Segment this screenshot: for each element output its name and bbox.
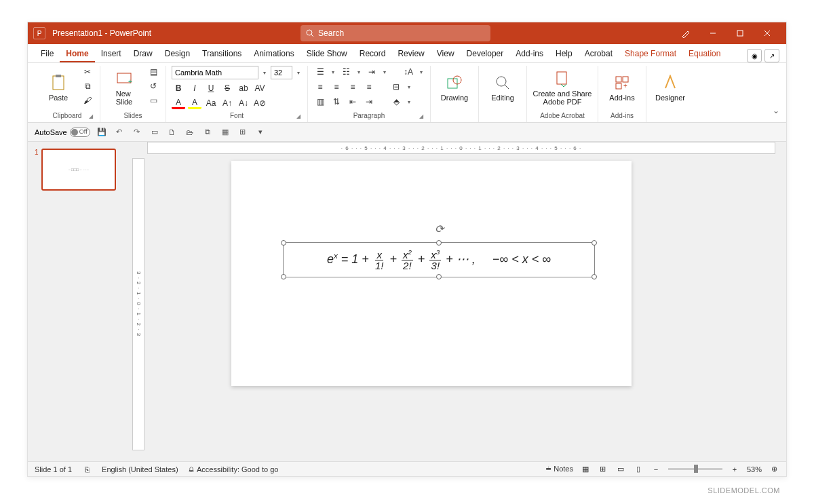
paste-button[interactable]: Paste — [40, 66, 77, 109]
layout-button[interactable]: ▤ — [147, 66, 160, 78]
tab-transitions[interactable]: Transitions — [196, 46, 248, 62]
zoom-in-button[interactable]: + — [729, 464, 740, 475]
justify-button[interactable]: ≡ — [362, 81, 376, 93]
collapse-ribbon-button[interactable]: ⌄ — [773, 106, 779, 115]
bullets-button[interactable]: ☰ — [313, 66, 327, 78]
smartart-button[interactable]: ⬘ — [389, 96, 403, 108]
record-indicator[interactable]: ◉ — [747, 49, 762, 62]
tab-shape-format[interactable]: Shape Format — [619, 46, 682, 62]
tab-slideshow[interactable]: Slide Show — [301, 46, 353, 62]
designer-button[interactable]: Designer — [652, 66, 689, 109]
fit-button[interactable]: ⊕ — [769, 464, 779, 475]
decrease-indent-button[interactable]: ⇤ — [346, 96, 360, 108]
save-button[interactable]: 💾 — [96, 126, 108, 138]
tab-help[interactable]: Help — [549, 46, 579, 62]
tab-equation[interactable]: Equation — [682, 46, 726, 62]
char-spacing-button[interactable]: AV — [253, 82, 267, 94]
search-box[interactable]: Search — [301, 25, 490, 41]
redo-button[interactable]: ↷ — [131, 126, 143, 138]
sorter-view-button[interactable]: ⊞ — [598, 464, 608, 475]
align-right-button[interactable]: ≡ — [346, 81, 360, 93]
pen-icon[interactable] — [672, 22, 699, 44]
equation-text-box[interactable]: ⟳ ex = 1 + x1! + x22! + x33! + ⋯ , −∞ < … — [283, 242, 595, 277]
strike-button[interactable]: S — [220, 82, 234, 94]
addins-button[interactable]: + Add-ins — [604, 66, 640, 109]
columns-button[interactable]: ▥ — [313, 96, 327, 108]
tab-review[interactable]: Review — [391, 46, 430, 62]
tab-developer[interactable]: Developer — [461, 46, 510, 62]
svg-rect-16 — [623, 77, 628, 82]
undo-button[interactable]: ↶ — [113, 126, 125, 138]
highlight-button[interactable]: A — [188, 97, 201, 109]
minimize-button[interactable] — [699, 22, 726, 44]
qat-icon-6[interactable]: ⊞ — [237, 126, 249, 138]
shadow-button[interactable]: ab — [237, 82, 250, 94]
qat-icon-4[interactable]: ⧉ — [201, 126, 214, 138]
resize-handle-ne[interactable] — [592, 240, 597, 246]
numbering-button[interactable]: ☷ — [339, 66, 353, 78]
new-slide-button[interactable]: + New Slide — [106, 66, 142, 109]
indent-button[interactable]: ⇥ — [365, 66, 379, 78]
clear-format-button[interactable]: A⊘ — [253, 97, 267, 109]
normal-view-button[interactable]: ▦ — [580, 464, 591, 475]
resize-handle-s[interactable] — [436, 274, 442, 279]
reading-view-button[interactable]: ▭ — [615, 464, 626, 475]
slideshow-view-button[interactable]: ▯ — [633, 464, 644, 475]
notes-button[interactable]: ≐ Notes — [545, 465, 573, 473]
font-color-button[interactable]: A — [172, 97, 185, 109]
qat-icon-7[interactable]: ▾ — [254, 126, 267, 138]
text-direction-button[interactable]: ↕A — [402, 66, 415, 78]
qat-icon-5[interactable]: ▦ — [219, 126, 231, 138]
tab-design[interactable]: Design — [159, 46, 196, 62]
zoom-out-button[interactable]: − — [651, 464, 661, 475]
resize-handle-se[interactable] — [592, 274, 597, 279]
slide-canvas[interactable]: ⟳ ex = 1 + x1! + x22! + x33! + ⋯ , −∞ < … — [231, 161, 632, 386]
align-text-button[interactable]: ⊟ — [389, 81, 403, 93]
tab-insert[interactable]: Insert — [95, 46, 128, 62]
zoom-level[interactable]: 53% — [747, 465, 762, 473]
tab-file[interactable]: File — [35, 46, 60, 62]
maximize-button[interactable] — [726, 22, 754, 44]
language-label[interactable]: English (United States) — [102, 465, 178, 473]
qat-icon-3[interactable]: 🗁 — [184, 126, 196, 138]
qat-icon-2[interactable]: 🗋 — [166, 126, 178, 138]
tab-addins[interactable]: Add-ins — [509, 46, 549, 62]
grow-font-button[interactable]: A↑ — [220, 97, 234, 109]
tab-view[interactable]: View — [431, 46, 461, 62]
tab-home[interactable]: Home — [60, 46, 94, 62]
bold-button[interactable]: B — [172, 82, 185, 94]
resize-handle-n[interactable] — [436, 240, 442, 246]
reset-button[interactable]: ↺ — [147, 80, 160, 92]
change-case-button[interactable]: Aa — [204, 97, 218, 109]
font-size-combo[interactable]: 32 — [271, 66, 292, 79]
zoom-slider[interactable] — [668, 468, 722, 470]
shrink-font-button[interactable]: A↓ — [237, 97, 250, 109]
slide-thumbnail-1[interactable]: ···□□□··· ····· — [41, 149, 116, 191]
underline-button[interactable]: U — [204, 82, 218, 94]
section-button[interactable]: ▭ — [147, 94, 160, 106]
tab-record[interactable]: Record — [353, 46, 392, 62]
accessibility-label[interactable]: 🕭 Accessibility: Good to go — [188, 465, 279, 473]
align-center-button[interactable]: ≡ — [330, 81, 343, 93]
italic-button[interactable]: I — [188, 82, 201, 94]
editing-button[interactable]: Editing — [484, 66, 521, 109]
rotate-handle[interactable]: ⟳ — [435, 222, 444, 235]
close-button[interactable] — [754, 22, 781, 44]
format-painter-button[interactable]: 🖌 — [81, 94, 94, 106]
resize-handle-sw[interactable] — [281, 274, 286, 279]
increase-indent-button[interactable]: ⇥ — [362, 96, 376, 108]
copy-button[interactable]: ⧉ — [81, 80, 94, 92]
tab-acrobat[interactable]: Acrobat — [579, 46, 619, 62]
resize-handle-nw[interactable] — [281, 240, 286, 246]
autosave-toggle[interactable]: AutoSave Off — [35, 128, 90, 137]
drawing-button[interactable]: Drawing — [436, 66, 473, 109]
create-pdf-button[interactable]: Create and Share Adobe PDF — [532, 66, 592, 109]
line-spacing-button[interactable]: ⇅ — [330, 96, 343, 108]
qat-icon-1[interactable]: ▭ — [149, 126, 161, 138]
tab-draw[interactable]: Draw — [128, 46, 159, 62]
font-name-combo[interactable]: Cambria Math — [172, 66, 258, 79]
cut-button[interactable]: ✂ — [81, 66, 94, 78]
align-left-button[interactable]: ≡ — [313, 81, 327, 93]
tab-animations[interactable]: Animations — [248, 46, 300, 62]
share-button[interactable]: ↗ — [764, 49, 779, 62]
